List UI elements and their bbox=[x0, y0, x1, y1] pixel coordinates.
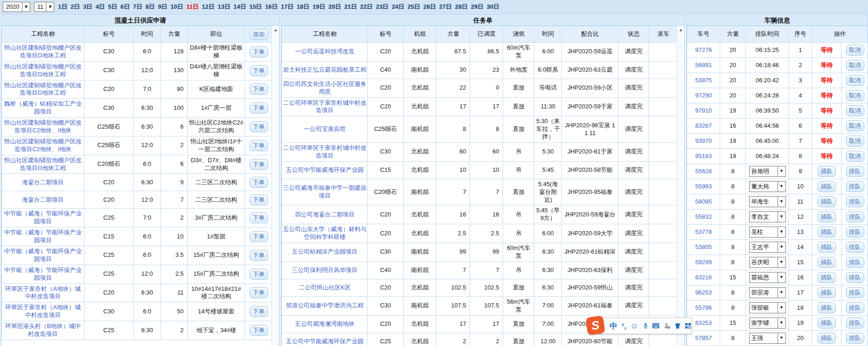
day-link[interactable]: 28日 bbox=[455, 3, 467, 11]
project-name-link[interactable]: 恒山社区建制镇驻地棚户区改造项目C2地块、I地块 bbox=[2, 136, 84, 155]
car-number-link[interactable]: 53875 bbox=[687, 73, 720, 88]
order-button[interactable]: 下单 bbox=[250, 194, 268, 205]
day-link[interactable]: 29日 bbox=[471, 3, 483, 11]
cut-in-line-button[interactable]: 插队 bbox=[818, 227, 836, 238]
cut-in-line-button[interactable]: 插队 bbox=[818, 166, 836, 177]
cut-in-line-button[interactable]: 插队 bbox=[818, 242, 836, 253]
day-link[interactable]: 30日 bbox=[487, 3, 499, 11]
cut-in-line-button[interactable]: 插队 bbox=[818, 333, 836, 344]
microphone-icon[interactable] bbox=[643, 322, 649, 329]
project-name-link[interactable]: 四公司西文化生活小区社区服务用房 bbox=[282, 79, 368, 97]
day-link[interactable]: 12日 bbox=[202, 3, 214, 11]
chevron-down-icon[interactable]: ▼ bbox=[22, 2, 30, 11]
order-button[interactable]: 下单 bbox=[250, 159, 268, 170]
chevron-down-icon[interactable]: ▼ bbox=[778, 318, 785, 328]
driver-select[interactable]: 谷庆昭 ▼ bbox=[749, 257, 786, 268]
user-mode-icon[interactable]: 16 bbox=[664, 322, 670, 329]
car-number-link[interactable]: 97910 bbox=[687, 103, 720, 119]
day-link[interactable]: 24日 bbox=[392, 3, 404, 11]
cancel-button[interactable]: 取消 bbox=[846, 90, 864, 101]
driver-select[interactable]: 邵宗涛 ▼ bbox=[749, 287, 786, 298]
chevron-down-icon[interactable]: ▼ bbox=[778, 288, 785, 298]
driver-select[interactable]: 萤学键 ▼ bbox=[749, 318, 786, 329]
day-link[interactable]: 10日 bbox=[171, 3, 183, 11]
queue-button[interactable]: 排队 bbox=[846, 242, 864, 253]
order-button[interactable]: 下单 bbox=[250, 325, 268, 336]
day-link[interactable]: 5日 bbox=[108, 3, 117, 11]
car-number-link[interactable]: 95183 bbox=[687, 149, 720, 164]
queue-button[interactable]: 排队 bbox=[846, 302, 864, 313]
driver-select[interactable]: 王强 ▼ bbox=[749, 333, 786, 344]
project-name-link[interactable]: 一公司远遥科技湾改造 bbox=[282, 43, 368, 62]
car-number-link[interactable]: 83253 bbox=[687, 316, 720, 331]
chinese-mode-icon[interactable]: 中 bbox=[610, 322, 617, 330]
keyboard-icon[interactable] bbox=[652, 323, 659, 329]
day-link[interactable]: 27日 bbox=[439, 3, 452, 11]
queue-button[interactable]: 排队 bbox=[846, 196, 864, 207]
day-link[interactable]: 19日 bbox=[313, 3, 325, 11]
day-link[interactable]: 9日 bbox=[158, 3, 167, 11]
project-name-link[interactable]: 恒山社区建制镇驻地棚户区改造项目D地块工程 bbox=[2, 43, 84, 62]
chevron-down-icon[interactable]: ▼ bbox=[778, 303, 785, 313]
chevron-down-icon[interactable]: ▼ bbox=[778, 257, 785, 267]
day-link[interactable]: 11日 bbox=[186, 3, 199, 11]
day-link[interactable]: 15日 bbox=[249, 3, 262, 11]
project-name-link[interactable]: 环翠区于家夼村（A地块）城中村改造项目 bbox=[2, 302, 84, 321]
project-name-link[interactable]: 环翠区于家夼村（A地块）城中村改造项目 bbox=[2, 284, 84, 302]
add-button[interactable]: 添加 bbox=[250, 29, 268, 40]
driver-select[interactable]: 吴柱 ▼ bbox=[749, 227, 786, 238]
cancel-button[interactable]: 取消 bbox=[846, 60, 864, 71]
car-number-link[interactable]: 58085 bbox=[687, 194, 720, 210]
queue-button[interactable]: 排队 bbox=[846, 257, 864, 268]
order-button[interactable]: 下单 bbox=[250, 177, 268, 188]
skin-icon[interactable] bbox=[674, 322, 681, 329]
driver-select[interactable]: 孙旭明 ▼ bbox=[749, 166, 786, 177]
cancel-button[interactable]: 取消 bbox=[846, 105, 864, 116]
day-link[interactable]: 25日 bbox=[408, 3, 420, 11]
car-number-link[interactable]: 55628 bbox=[687, 164, 720, 179]
project-name-link[interactable]: 中节能（威海）节能环保产业园项目 bbox=[2, 265, 84, 284]
project-name-link[interactable]: 恒山社区建制镇驻地棚户区改造项目D地块工程 bbox=[2, 61, 84, 80]
car-number-link[interactable]: 53778 bbox=[687, 225, 720, 240]
year-select[interactable]: 2020 ▼ bbox=[3, 2, 30, 12]
chevron-down-icon[interactable]: ▼ bbox=[46, 2, 54, 11]
project-name-link[interactable]: 中节能（威海）节能环保产业园项目 bbox=[2, 209, 84, 227]
queue-button[interactable]: 排队 bbox=[846, 211, 864, 222]
scroll-up-icon[interactable]: ▲ bbox=[677, 26, 684, 34]
supply-scrollbar[interactable]: ▲ bbox=[271, 26, 279, 346]
project-name-link[interactable]: 五公司山东大学（威海）材料与空间科学科研楼 bbox=[282, 224, 368, 243]
project-name-link[interactable]: 岩土科技正弘云庭花园桩基工程 bbox=[282, 61, 368, 79]
order-button[interactable]: 下单 bbox=[250, 306, 268, 317]
chevron-down-icon[interactable]: ▼ bbox=[778, 166, 785, 176]
project-name-link[interactable]: 中节能（威海）节能环保产业园项目 bbox=[2, 227, 84, 246]
day-link[interactable]: 2日 bbox=[71, 3, 80, 11]
order-button[interactable]: 下单 bbox=[250, 287, 268, 298]
project-name-link[interactable]: 五公司中节能威海环保产业园 bbox=[282, 161, 368, 179]
cut-in-line-button[interactable]: 插队 bbox=[818, 211, 836, 222]
project-name-link[interactable]: 五公司观海澜湾南地块 bbox=[282, 315, 368, 333]
queue-button[interactable]: 排队 bbox=[846, 227, 864, 238]
punctuation-icon[interactable]: °, bbox=[622, 323, 626, 329]
sogou-logo-icon[interactable]: S bbox=[586, 316, 605, 335]
day-link[interactable]: 26日 bbox=[423, 3, 436, 11]
car-number-link[interactable]: 83216 bbox=[687, 270, 720, 285]
cut-in-line-button[interactable]: 插队 bbox=[818, 287, 836, 298]
project-name-link[interactable]: 一公司宝泉宾馆 bbox=[282, 116, 368, 143]
cut-in-line-button[interactable]: 插队 bbox=[818, 272, 836, 283]
chevron-down-icon[interactable]: ▼ bbox=[778, 212, 785, 222]
day-link[interactable]: 7日 bbox=[133, 3, 142, 11]
order-button[interactable]: 下单 bbox=[250, 121, 268, 132]
project-name-link[interactable]: 海宴台二期项目 bbox=[2, 174, 84, 191]
project-name-link[interactable]: 三公司保利明月风华项目 bbox=[282, 261, 368, 279]
driver-select[interactable]: 张留银 ▼ bbox=[749, 302, 786, 313]
car-number-link[interactable]: 53805 bbox=[687, 240, 720, 255]
project-name-link[interactable]: 恒山社区建制镇驻地棚户区改造项目C2地块、I地块 bbox=[2, 118, 84, 136]
project-name-link[interactable]: 五公司铝精深产业园项目 bbox=[282, 243, 368, 262]
project-name-link[interactable]: 环翠区港头村（B地块）城中村改造项目 bbox=[2, 321, 84, 340]
day-link[interactable]: 21日 bbox=[344, 3, 357, 11]
project-name-link[interactable]: 恒山社区建制镇驻地棚户区改造项目D地块工程 bbox=[2, 155, 84, 174]
cancel-button[interactable]: 取消 bbox=[846, 120, 864, 131]
cut-in-line-button[interactable]: 插队 bbox=[818, 181, 836, 192]
chevron-down-icon[interactable]: ▼ bbox=[778, 197, 785, 207]
car-number-link[interactable]: 56891 bbox=[687, 58, 720, 73]
